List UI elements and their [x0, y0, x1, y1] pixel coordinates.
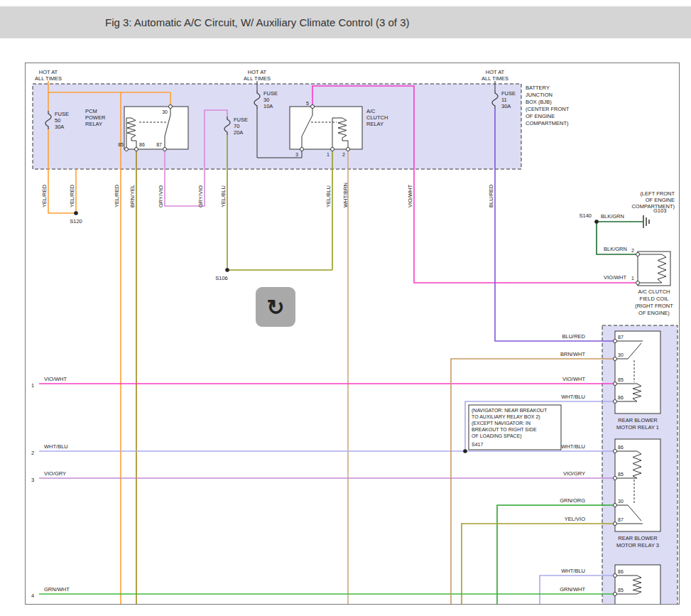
pin [614, 382, 617, 386]
note-text: TO AUXILIARY RELAY BOX 2) [472, 414, 540, 420]
ac-relay-label: CLUTCH [366, 114, 388, 121]
splice-s417-label: S417 [472, 442, 483, 447]
note-text: (NAVIGATOR: NEAR BREAKOUT [472, 408, 548, 414]
pin [331, 148, 334, 151]
hot-label-mid: ALL TIMES [244, 75, 271, 82]
pin [169, 105, 173, 109]
fuse-50-label: 50 [55, 117, 60, 124]
pin-label-85: 85 [618, 472, 624, 477]
wire-label-vio-gry: VIO/GRY [563, 470, 585, 477]
wire-label-brn-yel: BRN/YEL [129, 185, 136, 207]
wire-label-grn-wht: GRN/WHT [560, 586, 585, 593]
wire-label-blu-red: BLU/RED [562, 333, 585, 340]
pin-label-5: 5 [306, 101, 309, 106]
pin [614, 574, 617, 578]
wire-label-vio-gry: VIO/GRY [44, 470, 66, 477]
fuse-50-label: 30A [55, 124, 64, 130]
wire-label-wht-blu: WHT/BLU [44, 443, 68, 450]
wire-label-blk-grn: BLK/GRN [604, 246, 627, 252]
wire-label-wht-blu: WHT/BLU [561, 394, 585, 400]
wire-label-yel-blu: YEL/BLU [220, 185, 227, 207]
field-coil-caption: (RIGHT FRONT [635, 303, 673, 309]
pin-label-85: 85 [118, 142, 124, 147]
field-coil-caption: A/C CLUTCH [638, 288, 670, 295]
pin [636, 253, 640, 256]
pin [614, 450, 617, 453]
hot-label-left: ALL TIMES [35, 75, 62, 82]
splice-s106-dot [225, 268, 229, 272]
pin [614, 504, 617, 507]
note-text: OF LOADING SPACE) [472, 433, 522, 439]
pin [311, 105, 315, 109]
wire-label-yel-red: YEL/RED [69, 184, 75, 207]
ac-relay-label: A/C [366, 108, 376, 114]
pin-label-87: 87 [156, 142, 162, 147]
pin-label-1: 1 [631, 276, 634, 281]
pin-label-85: 85 [618, 377, 624, 382]
wire-label-grn-org: GRN/ORG [560, 497, 585, 504]
bjb-label: BATTERY [526, 85, 550, 91]
ac-relay-label: RELAY [366, 121, 383, 127]
pin-label-85: 85 [618, 588, 624, 593]
fuse-70-label: 70 [234, 123, 239, 129]
pin-label-86: 86 [139, 142, 145, 147]
splice-s120-dot [74, 211, 78, 215]
note-text: BREAKOUT TO RIGHT SIDE [472, 427, 537, 432]
pin-label-86: 86 [618, 569, 624, 574]
fuse-30-label: 10A [263, 103, 273, 109]
hot-label-left: HOT AT [39, 69, 58, 75]
pin-label-30: 30 [618, 499, 624, 504]
pin [614, 593, 617, 596]
wire-label-brn-wht: BRN/WHT [560, 351, 585, 357]
wire-label-gry-vio: GRY/VIO [197, 185, 204, 207]
field-coil-caption: FIELD COIL [640, 296, 669, 302]
splice-s120-label: S120 [70, 218, 82, 225]
ground-id-label: G103 [653, 207, 666, 214]
wire-number: 2 [31, 450, 34, 456]
pin-label-2: 2 [342, 152, 345, 157]
bjb-label: OF ENGINE [526, 113, 555, 119]
fuse-30-label: FUSE [263, 90, 278, 97]
wire-label-grn-wht: GRN/WHT [44, 586, 70, 593]
title-bar: Fig 3: Automatic A/C Circuit, W/ Auxilia… [0, 6, 691, 38]
pcm-relay-label: RELAY [85, 121, 102, 127]
pin [614, 477, 617, 480]
pin [636, 281, 640, 285]
wire-number: 4 [31, 593, 34, 599]
bjb-label: BOX (BJB) [526, 99, 552, 105]
pin [614, 340, 617, 343]
wire-label-yel-blu: YEL/BLU [325, 185, 332, 207]
pin [614, 522, 617, 526]
wire-number: 1 [31, 382, 34, 389]
pin [125, 148, 129, 151]
wire-label-yel-red: YEL/RED [41, 184, 48, 207]
hot-label-right: ALL TIMES [481, 75, 508, 82]
fuse-11-label: 30A [501, 103, 511, 109]
pin-label-30: 30 [618, 352, 624, 357]
splice-s140-dot [594, 220, 599, 224]
splice-s106-label: S106 [215, 275, 228, 281]
relay3-caption: MOTOR RELAY 3 [616, 542, 659, 549]
pin-label-86: 86 [618, 395, 624, 400]
wire-label-wht-blu: WHT/BLU [561, 568, 585, 574]
pin-label-87: 87 [618, 517, 624, 522]
wiring-diagram: HOT AT ALL TIMES HOT AT ALL TIMES HOT AT… [25, 63, 680, 605]
wire-label-yel-vio: YEL/VIO [565, 516, 585, 522]
pin [614, 400, 617, 404]
hot-label-mid: HOT AT [248, 69, 267, 75]
pin-label-2: 2 [631, 248, 634, 253]
relay1-caption: MOTOR RELAY 1 [616, 424, 659, 431]
pin [614, 357, 617, 361]
wire-label-vio-wht: VIO/WHT [44, 376, 67, 382]
bjb-label: COMPARTMENT) [526, 120, 569, 126]
bjb-label: JUNCTION [526, 92, 553, 98]
wire-label-blu-red: BLU/RED [488, 184, 494, 207]
wire-label-vio-wht: VIO/WHT [407, 185, 413, 207]
figure-title: Fig 3: Automatic A/C Circuit, W/ Auxilia… [105, 6, 409, 38]
pin [163, 148, 167, 151]
relay1-caption: REAR BLOWER [618, 417, 658, 423]
splice-s417-dot [463, 449, 467, 453]
ground-location-label: OF ENGINE [646, 197, 675, 203]
pin-label-87: 87 [618, 335, 624, 340]
pin-label-30: 30 [162, 109, 168, 114]
